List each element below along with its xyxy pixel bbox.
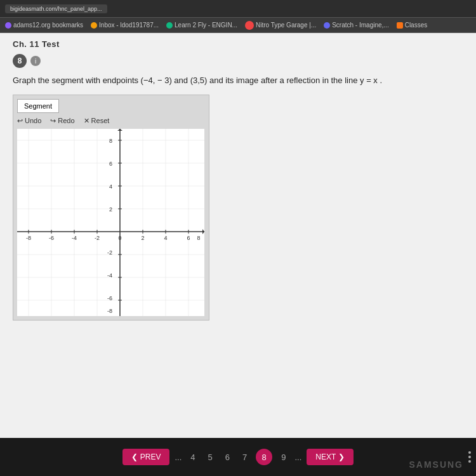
svg-text:6: 6	[187, 235, 190, 241]
info-icon[interactable]: i	[30, 56, 41, 66]
bookmark-icon-learn2fly	[166, 22, 173, 29]
svg-text:4: 4	[109, 183, 112, 190]
bookmark-label-adams12: adams12.org bookmarks	[13, 22, 83, 29]
page-9[interactable]: 9	[277, 450, 289, 465]
bookmark-label-classes: Classes	[405, 22, 428, 29]
bookmark-icon-classes	[397, 22, 403, 29]
bookmark-label-inbox: Inbox - ldod191787...	[99, 22, 159, 29]
next-button[interactable]: NEXT ❯	[307, 449, 354, 465]
redo-label: Redo	[58, 117, 74, 124]
svg-text:4: 4	[164, 235, 167, 241]
bookmark-adams12[interactable]: adams12.org bookmarks	[5, 22, 83, 29]
svg-text:8: 8	[197, 235, 200, 241]
browser-tab[interactable]: bigideasmath.com/hnc_panel_app...	[5, 4, 107, 13]
svg-text:-4: -4	[72, 235, 77, 241]
svg-text:-6: -6	[107, 295, 112, 301]
prev-chevron-icon: ❮	[131, 453, 138, 461]
svg-text:-2: -2	[107, 249, 112, 256]
bookmark-icon-scratch	[324, 22, 330, 29]
dots-right: ...	[294, 453, 301, 462]
dot-3	[468, 460, 471, 463]
question-text: Graph the segment with endpoints (−4, − …	[13, 74, 463, 87]
next-label: NEXT	[315, 453, 336, 461]
bookmark-label-learn2fly: Learn 2 Fly - ENGIN...	[175, 22, 237, 29]
page-4[interactable]: 4	[187, 450, 199, 465]
bookmark-scratch[interactable]: Scratch - Imagine,...	[324, 22, 388, 29]
page-6[interactable]: 6	[221, 450, 234, 465]
svg-text:8: 8	[109, 138, 112, 144]
question-number-row: 8 i	[13, 54, 463, 68]
graph-tool-container: Segment ↩ Undo ↪ Redo ✕ Reset	[13, 95, 209, 321]
browser-chrome: bigideasmath.com/hnc_panel_app...	[0, 0, 476, 18]
bottom-navigation: ❮ PREV ... 4 5 6 7 8 9 ... NEXT ❯	[0, 438, 476, 476]
segment-tool-button[interactable]: Segment	[17, 99, 59, 113]
undo-icon: ↩	[17, 117, 23, 125]
bookmark-nitro[interactable]: Nitro Type Garage |...	[245, 21, 316, 30]
bookmark-icon-adams12	[5, 22, 11, 29]
question-badge: 8	[13, 54, 27, 68]
bookmark-inbox[interactable]: Inbox - ldod191787...	[91, 22, 159, 29]
page-5[interactable]: 5	[204, 450, 216, 465]
svg-text:-8: -8	[107, 308, 112, 314]
svg-text:-6: -6	[49, 235, 54, 241]
next-chevron-icon: ❯	[338, 453, 345, 461]
svg-text:6: 6	[109, 161, 112, 167]
bookmark-icon-nitro	[245, 21, 254, 30]
page-header: Ch. 11 Test	[13, 39, 463, 49]
svg-text:2: 2	[141, 235, 144, 241]
dot-2	[468, 456, 471, 458]
page-8-current[interactable]: 8	[256, 449, 272, 465]
redo-button[interactable]: ↪ Redo	[50, 117, 74, 125]
reset-label: Reset	[91, 117, 110, 124]
coordinate-grid[interactable]: 8 6 4 2 -2 -4 -6 -8 -8 -6 -4 -2 0 2 4 6 …	[17, 129, 204, 316]
dot-1	[468, 451, 471, 454]
prev-label: PREV	[140, 453, 161, 461]
bookmark-learn2fly[interactable]: Learn 2 Fly - ENGIN...	[166, 22, 237, 29]
prev-button[interactable]: ❮ PREV	[122, 449, 170, 465]
bookmark-icon-inbox	[91, 22, 97, 29]
svg-text:2: 2	[109, 206, 112, 213]
svg-text:-4: -4	[107, 272, 112, 279]
undo-button[interactable]: ↩ Undo	[17, 117, 41, 125]
three-dots-menu[interactable]	[468, 451, 471, 463]
bookmarks-bar: adams12.org bookmarks Inbox - ldod191787…	[0, 18, 476, 33]
bookmark-label-scratch: Scratch - Imagine,...	[332, 22, 388, 29]
bookmark-label-nitro: Nitro Type Garage |...	[256, 22, 316, 29]
dots-left: ...	[175, 453, 182, 462]
samsung-branding: SAMSUNG	[409, 459, 463, 470]
main-content: Ch. 11 Test 8 i Graph the segment with e…	[0, 33, 476, 438]
undo-label: Undo	[25, 117, 41, 124]
svg-text:-8: -8	[26, 235, 31, 241]
page-7[interactable]: 7	[239, 450, 251, 465]
redo-icon: ↪	[50, 117, 56, 125]
svg-text:0: 0	[118, 235, 121, 241]
graph-toolbar: ↩ Undo ↪ Redo ✕ Reset	[17, 117, 205, 125]
svg-text:-2: -2	[95, 235, 100, 241]
bookmark-classes[interactable]: Classes	[397, 22, 428, 29]
grid-svg: 8 6 4 2 -2 -4 -6 -8 -8 -6 -4 -2 0 2 4 6 …	[17, 129, 204, 316]
svg-rect-0	[17, 129, 204, 316]
reset-icon: ✕	[84, 117, 89, 125]
reset-button[interactable]: ✕ Reset	[84, 117, 110, 125]
